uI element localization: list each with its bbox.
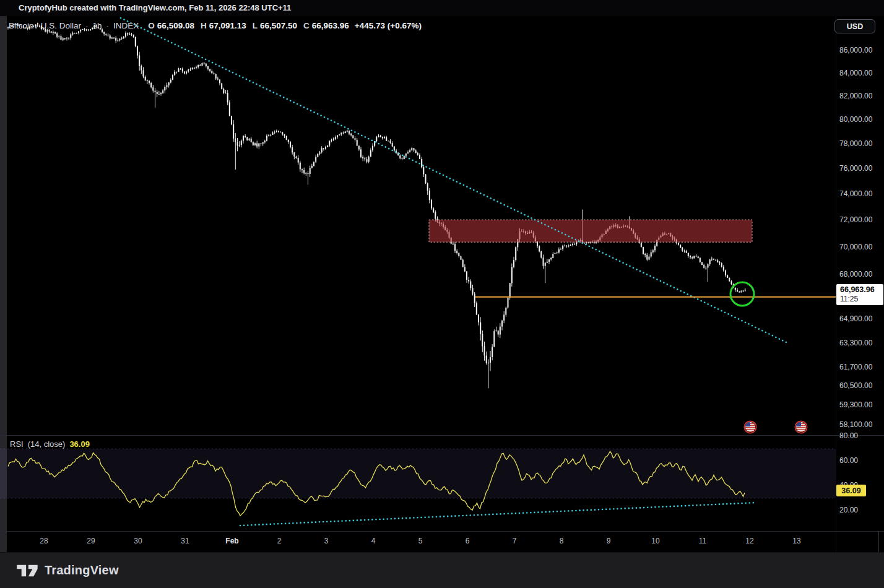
time-tick: 8 <box>548 537 575 545</box>
bar-countdown: 11:25 <box>840 295 883 304</box>
time-axis[interactable]: 28293031Feb2345678910111213 <box>0 531 836 552</box>
tradingview-brand-text[interactable]: TradingView <box>45 563 119 577</box>
time-tick: 31 <box>171 537 199 545</box>
legend-separator: · <box>106 21 110 30</box>
pane-divider[interactable] <box>0 435 884 436</box>
supply-zone <box>429 220 752 242</box>
time-tick: 7 <box>501 537 528 545</box>
time-tick: 12 <box>736 537 763 545</box>
ohlc-readout: O 66,509.08 H 67,091.13 L 66,507.50 C 66… <box>148 21 349 30</box>
rsi-uptrend-line <box>240 503 756 525</box>
high-label: H <box>201 21 207 30</box>
time-tick: Feb <box>219 537 246 545</box>
rsi-tick: 60.00 <box>839 456 858 465</box>
rsi-tick: 20.00 <box>839 506 858 514</box>
change-value: +445.73 (+0.67%) <box>355 21 422 30</box>
rsi-value-label: 36.09 <box>836 485 866 496</box>
rsi-scale[interactable]: 80.0060.0040.0020.00 <box>836 0 884 552</box>
legend-separator: · <box>85 21 89 30</box>
time-tick: 3 <box>313 537 340 545</box>
footer-bar: TradingView <box>0 552 884 588</box>
rsi-title: RSI <box>10 439 24 449</box>
rsi-pane[interactable] <box>0 449 836 525</box>
us-flag-event-icon[interactable] <box>794 420 808 434</box>
downtrend-line <box>121 18 786 342</box>
time-tick: 30 <box>124 537 152 545</box>
last-price-value: 66,963.96 <box>840 285 883 295</box>
low-value: 66,507.50 <box>260 21 297 30</box>
last-price-label: 66,963.96 11:25 <box>836 284 883 305</box>
time-tick: 11 <box>689 537 716 545</box>
open-label: O <box>148 21 155 30</box>
chart-canvas[interactable] <box>0 0 884 588</box>
close-label: C <box>303 21 310 30</box>
rsi-legend[interactable]: RSI (14, close) 36.09 <box>10 439 90 449</box>
exchange-label: INDEX <box>113 21 139 30</box>
time-tick: 29 <box>77 537 105 545</box>
time-tick: 10 <box>642 537 669 545</box>
time-tick: 9 <box>595 537 622 545</box>
highlight-circle <box>730 282 754 306</box>
tradingview-logo-icon[interactable] <box>16 563 38 579</box>
time-tick: 28 <box>30 537 58 545</box>
rsi-value: 36.09 <box>69 439 90 449</box>
time-tick: 4 <box>360 537 387 545</box>
rsi-tick: 80.00 <box>839 431 858 440</box>
main-pane[interactable] <box>7 18 837 388</box>
open-value: 66,509.08 <box>157 21 194 30</box>
us-flag-event-icon[interactable] <box>743 420 757 434</box>
time-tick: 13 <box>783 537 810 545</box>
low-label: L <box>253 21 258 30</box>
symbol-legend[interactable]: Bitcoin / U.S. Dollar · 1h · INDEX O 66,… <box>9 21 422 30</box>
tradingview-chart-window: CryptofyHub created with TradingView.com… <box>0 0 884 588</box>
time-tick: 2 <box>266 537 293 545</box>
interval-label[interactable]: 1h <box>93 21 102 30</box>
rsi-params: (14, close) <box>28 439 66 449</box>
time-tick: 6 <box>454 537 481 545</box>
time-tick: 5 <box>407 537 434 545</box>
symbol-name[interactable]: Bitcoin / U.S. Dollar <box>9 21 81 30</box>
high-value: 67,091.13 <box>209 21 246 30</box>
close-value: 66,963.96 <box>312 21 349 30</box>
currency-toggle-button[interactable]: USD <box>834 19 875 33</box>
